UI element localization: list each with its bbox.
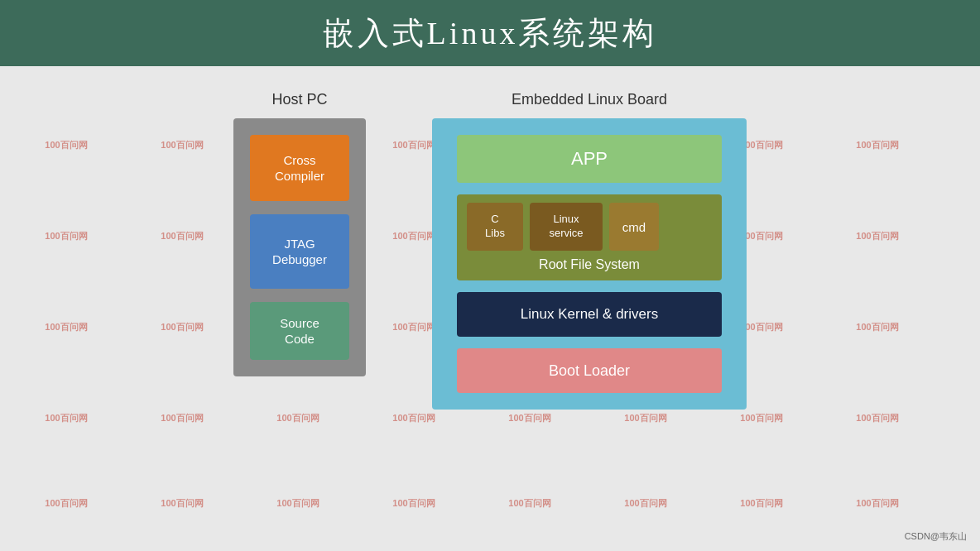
- c-libs-label: CLibs: [485, 213, 505, 241]
- embedded-board-box: APP CLibs Linuxservice cmd Root File Sys…: [432, 118, 747, 410]
- embedded-board-section: Embedded Linux Board APP CLibs Linuxserv…: [432, 91, 747, 410]
- root-fs-label: Root File System: [467, 257, 712, 272]
- jtag-debugger-box: JTAGDebugger: [250, 214, 349, 289]
- page-header: 嵌入式Linux系统架构: [0, 0, 980, 66]
- linux-kernel-box: Linux Kernel & drivers: [457, 292, 722, 337]
- app-box: APP: [457, 135, 722, 183]
- linux-service-box: Linuxservice: [530, 203, 603, 251]
- cmd-label: cmd: [622, 220, 646, 234]
- root-fs-inner: CLibs Linuxservice cmd: [467, 203, 712, 251]
- app-label: APP: [571, 148, 608, 170]
- c-libs-box: CLibs: [467, 203, 523, 251]
- host-pc-box: CrossCompiler JTAGDebugger SourceCode: [233, 118, 366, 376]
- cmd-box: cmd: [609, 203, 659, 251]
- boot-loader-box: Boot Loader: [457, 348, 722, 393]
- root-fs-container: CLibs Linuxservice cmd Root File System: [457, 194, 722, 280]
- linux-kernel-label: Linux Kernel & drivers: [521, 306, 658, 323]
- cross-compiler-box: CrossCompiler: [250, 135, 349, 201]
- source-code-box: SourceCode: [250, 302, 349, 360]
- host-pc-label: Host PC: [271, 91, 327, 108]
- host-pc-section: Host PC CrossCompiler JTAGDebugger Sourc…: [233, 91, 366, 376]
- csdn-credit: CSDN@韦东山: [905, 530, 967, 543]
- linux-service-label: Linuxservice: [549, 213, 583, 241]
- main-content: Host PC CrossCompiler JTAGDebugger Sourc…: [0, 66, 980, 551]
- cross-compiler-label: CrossCompiler: [275, 152, 324, 184]
- source-code-label: SourceCode: [280, 315, 319, 347]
- embedded-board-label: Embedded Linux Board: [512, 91, 667, 108]
- jtag-debugger-label: JTAGDebugger: [272, 236, 327, 268]
- page-title: 嵌入式Linux系统架构: [323, 12, 658, 55]
- boot-loader-label: Boot Loader: [549, 362, 630, 380]
